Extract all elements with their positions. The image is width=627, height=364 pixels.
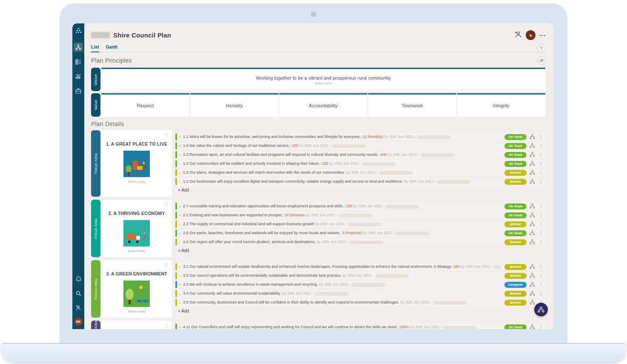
kebab-menu-icon[interactable]: ⋮ [539,222,543,226]
tab-list[interactable]: List [91,44,99,52]
sidebar-item-search[interactable] [74,289,83,298]
sidebar-item-notifications[interactable] [74,274,83,284]
status-badge[interactable]: Complete [504,282,527,288]
status-badge[interactable]: Behind [504,300,527,306]
focus-area-learn-more[interactable]: (learn more) [101,310,172,313]
kebab-menu-icon[interactable]: ⋮ [539,264,543,269]
status-badge[interactable]: On Track [504,152,527,158]
status-badge[interactable]: On Track [504,230,527,236]
sidebar-item-hierarchy[interactable] [74,43,83,52]
status-badge[interactable]: Behind [504,291,527,297]
chevron-right-icon[interactable]: › [179,265,180,269]
sidebar-item-invite[interactable] [74,303,83,312]
chevron-right-icon[interactable]: › [179,274,180,278]
goal-row[interactable]: ›2.1 Existing and new businesses are sup… [175,212,545,219]
kebab-menu-icon[interactable]: ⋮ [539,135,543,139]
status-badge[interactable]: Behind [504,264,527,270]
chevron-right-icon[interactable]: › [179,292,180,296]
goal-row[interactable]: ›1.2 Our businesses will enjoy excellent… [175,178,545,185]
kebab-menu-icon[interactable]: ⋮ [164,202,169,206]
org-chart-icon[interactable] [530,229,535,237]
chevron-right-icon[interactable]: › [179,204,180,209]
focus-area-card[interactable]: ⋮1. A GREAT PLACE TO LIVE(learn more) [101,130,172,197]
tab-gantt[interactable]: Gantt [106,44,117,52]
goal-row[interactable]: ›2.7 Accessible training and education o… [175,203,545,210]
goal-row[interactable]: ›1.4 Our communities will be resilient a… [175,160,545,167]
focus-area-bar[interactable]: Focus Area [91,260,100,318]
filter-button[interactable] [537,44,546,52]
org-chart-icon[interactable] [530,290,535,298]
chevron-right-icon[interactable]: › [179,171,180,175]
kebab-menu-icon[interactable]: ⋮ [539,170,543,175]
chevron-right-icon[interactable]: › [179,240,180,244]
status-badge[interactable]: Behind [504,239,527,245]
goal-row[interactable]: ›3.4 Our community will value environmen… [175,290,545,297]
value-card[interactable]: Teamwork [368,93,456,117]
kebab-menu-icon[interactable]: ⋮ [539,143,543,148]
status-badge[interactable]: On Track [504,212,527,218]
sidebar-item-portfolio[interactable] [74,86,83,95]
goal-row[interactable]: ›2.3 The supply of commercial and indust… [175,221,545,228]
chevron-right-icon[interactable]: › [179,153,180,157]
value-card[interactable]: Honesty [190,93,278,117]
sidebar-item-table[interactable] [74,57,83,66]
org-chart-icon[interactable] [530,212,535,219]
status-badge[interactable]: On Track [504,161,527,167]
add-goal-button[interactable]: + Add [178,248,545,253]
focus-area-bar[interactable]: Focus Area [91,321,100,329]
org-chart-icon[interactable] [530,263,535,271]
status-badge[interactable]: On Track [504,203,527,209]
focus-area-bar[interactable]: Focus Area [91,200,100,257]
vision-learn-more[interactable]: (learn more) [315,82,331,85]
chevron-right-icon[interactable]: › [179,325,180,330]
chevron-right-icon[interactable]: › [179,222,180,226]
add-plan-item-button[interactable]: + [526,30,535,40]
kebab-menu-icon[interactable]: ⋮ [539,179,543,184]
org-chart-icon[interactable] [530,324,535,330]
status-badge[interactable]: On Track [504,134,527,140]
visibility-toggle-button[interactable] [537,56,546,65]
kebab-menu-icon[interactable]: ⋮ [164,323,169,327]
goal-row[interactable]: ›3.1 Our natural environment will sustai… [175,263,545,270]
kebab-menu-icon[interactable]: ⋮ [539,231,543,235]
add-goal-button[interactable]: + Add [178,309,545,313]
org-chart-icon[interactable] [530,151,535,159]
chevron-right-icon[interactable]: › [179,135,180,139]
chevron-right-icon[interactable]: › [179,283,180,287]
add-goal-button[interactable]: + Add [178,188,545,192]
kebab-menu-icon[interactable]: ⋮ [539,161,543,166]
value-card[interactable]: Accountability [279,93,367,117]
focus-area-learn-more[interactable]: (learn more) [101,249,172,253]
status-badge[interactable]: Behind [504,221,527,227]
kebab-menu-icon[interactable]: ⋮ [539,291,543,296]
goal-row[interactable]: ›2.6 Our region will offer year round to… [175,238,545,246]
status-badge[interactable]: On Track [504,324,527,330]
kebab-menu-icon[interactable]: ⋮ [539,240,543,244]
goal-row[interactable]: ›1.5 Our plans, strategies and services … [175,169,545,176]
org-chart-icon[interactable] [530,203,535,210]
focus-area-card[interactable]: ⋮3. A GREEN ENVIRONMENT(learn more) [101,260,172,318]
kebab-menu-icon[interactable]: ⋮ [539,204,543,209]
org-chart-fab-button[interactable] [534,303,548,316]
chevron-right-icon[interactable]: › [179,144,180,148]
org-chart-icon[interactable] [530,281,535,289]
chevron-right-icon[interactable]: › [179,213,180,218]
org-chart-icon[interactable] [530,221,535,228]
kebab-menu-icon[interactable]: ⋮ [539,152,543,157]
goal-row[interactable]: ›3.2 Our council operations will be envi… [175,272,545,279]
kebab-menu-icon[interactable]: ⋮ [164,263,169,267]
goal-row[interactable]: ›1.6 We value the culture and heritage o… [175,142,545,149]
vision-card[interactable]: Working together to be a vibrant and pro… [101,68,545,91]
org-chart-icon[interactable] [530,299,535,307]
focus-area-card[interactable]: ⋮2. A THRIVING ECONOMY(learn more) [101,200,172,257]
status-badge[interactable]: Behind [504,170,527,176]
focus-area-bar[interactable]: Focus Area [91,130,100,197]
value-card[interactable]: Integrity [457,93,545,117]
goal-row[interactable]: ›3.3 We will continue to achieve excelle… [175,281,545,288]
org-chart-icon[interactable] [530,169,535,177]
value-tab[interactable]: Value [91,93,100,117]
goal-row[interactable]: ›3.5 Our community, businesses and Counc… [175,299,545,306]
focus-area-card[interactable]: ⋮ [101,321,172,329]
kebab-menu-icon[interactable]: ⋮ [539,282,543,287]
chevron-right-icon[interactable]: › [179,301,180,305]
